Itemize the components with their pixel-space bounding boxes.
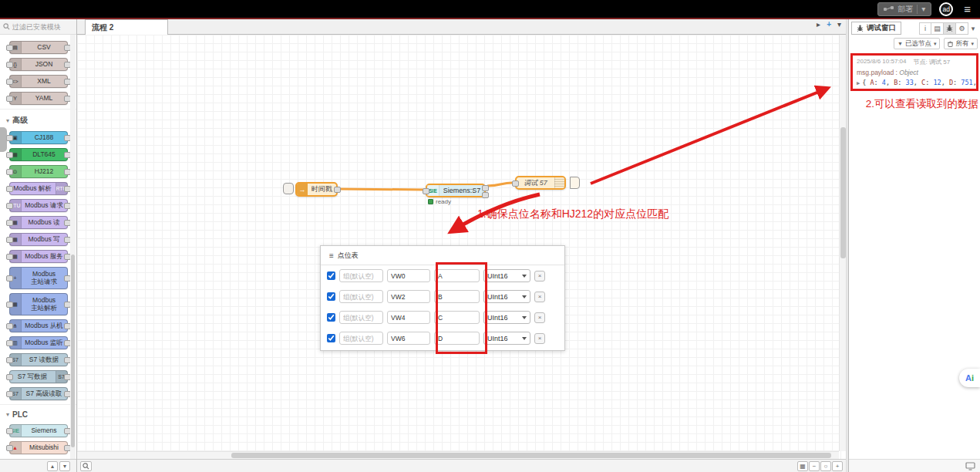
canvas-hscrollbar[interactable] xyxy=(77,451,839,459)
delete-row-button[interactable]: × xyxy=(534,312,545,323)
zoom-out-button[interactable]: − xyxy=(809,461,820,471)
add-flow-button[interactable]: + xyxy=(827,21,831,29)
palette-node[interactable]: ⋔ Modbus 从机 xyxy=(9,319,68,332)
zoom-in-button[interactable]: + xyxy=(832,461,843,471)
tab-help-icon[interactable]: ▤ xyxy=(931,22,944,35)
node-input-port[interactable] xyxy=(6,220,13,226)
address-input[interactable] xyxy=(387,290,430,303)
palette-scrollbar[interactable] xyxy=(70,35,76,459)
flow-node-siemens-s7[interactable]: SIE Siemens:S7 xyxy=(426,184,486,197)
debug-enable-toggle[interactable] xyxy=(570,177,580,189)
palette-node[interactable]: ▦ Modbus 写 xyxy=(9,233,68,246)
node-input-port[interactable] xyxy=(6,302,13,308)
node-input-port[interactable] xyxy=(6,62,13,68)
node-output-port[interactable] xyxy=(334,187,341,193)
group-input[interactable] xyxy=(339,332,383,345)
palette-node[interactable]: ▦ DLT645 xyxy=(9,148,68,161)
palette-section-plc[interactable]: ▾ PLC xyxy=(0,404,76,421)
point-name-input[interactable] xyxy=(434,290,480,303)
ai-assistant-button[interactable]: Ai xyxy=(959,369,980,387)
point-name-input[interactable] xyxy=(434,332,480,345)
sidebar-caret-icon[interactable]: ▾ xyxy=(968,22,978,35)
canvas-hscrollbar-thumb[interactable] xyxy=(231,453,831,458)
palette-section-advanced[interactable]: ▾ 高级 xyxy=(0,109,76,128)
address-input[interactable] xyxy=(387,269,430,282)
inject-trigger-button[interactable] xyxy=(283,183,294,194)
palette-node[interactable]: ⊙ HJ212 xyxy=(9,165,68,178)
palette-search-input[interactable] xyxy=(12,23,73,31)
palette-node[interactable]: S7 S7 高级读取 xyxy=(9,387,68,400)
palette-node[interactable]: ▤ CSV xyxy=(9,41,68,54)
row-enabled-checkbox[interactable] xyxy=(327,292,335,301)
tab-debug-icon[interactable] xyxy=(944,22,956,35)
palette-node[interactable]: ▣ CJ188 xyxy=(9,131,68,144)
node-input-port[interactable] xyxy=(6,323,13,329)
palette-node[interactable]: ▦ Modbus 读 xyxy=(9,216,68,229)
tab-debug-window[interactable]: 调试窗口 xyxy=(851,22,901,35)
tab-scroll-right-icon[interactable]: ▸ xyxy=(817,21,820,29)
debug-message-payload[interactable]: ▶{ A: 4B: 33C: 12D: 751 } xyxy=(857,79,972,86)
delete-row-button[interactable]: × xyxy=(534,292,545,302)
node-input-port[interactable] xyxy=(6,374,13,380)
type-select[interactable]: UInt16 xyxy=(483,311,530,324)
palette-node[interactable]: ▥ Modbus 监听 xyxy=(9,336,68,349)
delete-row-button[interactable]: × xyxy=(534,333,545,344)
canvas-search-button[interactable] xyxy=(80,461,92,471)
node-input-port[interactable] xyxy=(6,428,13,434)
group-input[interactable] xyxy=(339,269,383,282)
node-input-port[interactable] xyxy=(6,79,13,85)
palette-scrollbar-thumb[interactable] xyxy=(71,255,75,447)
type-select[interactable]: UInt16 xyxy=(483,290,530,303)
address-input[interactable] xyxy=(387,332,430,345)
node-input-port[interactable] xyxy=(6,96,13,102)
palette-node[interactable]: RTU Modbus 解析 xyxy=(9,182,68,195)
palette-node[interactable]: ▦ Modbus 服务 xyxy=(9,250,68,263)
node-input-port[interactable] xyxy=(6,203,13,209)
clear-all-button[interactable]: 所有 ▾ xyxy=(944,38,978,49)
node-output-port-2[interactable] xyxy=(482,192,489,198)
palette-node[interactable]: {} JSON xyxy=(9,58,68,71)
deploy-caret-icon[interactable]: ▾ xyxy=(921,5,925,13)
node-input-port[interactable] xyxy=(6,237,13,243)
flow-node-inject[interactable]: → 时间戳 xyxy=(295,182,338,197)
node-output-port-1[interactable] xyxy=(482,185,489,191)
monitor-icon[interactable] xyxy=(965,462,975,470)
flow-canvas[interactable]: → 时间戳 SIE Siemens:S7 ready 调 xyxy=(77,35,846,459)
address-input[interactable] xyxy=(387,311,430,324)
palette-node[interactable]: + Modbus 主站请求 xyxy=(9,267,68,289)
node-input-port[interactable] xyxy=(6,186,13,192)
row-enabled-checkbox[interactable] xyxy=(327,334,335,342)
node-input-port[interactable] xyxy=(6,254,13,260)
palette-search[interactable] xyxy=(0,19,76,35)
palette-node[interactable]: S7 S7 读数据 xyxy=(9,353,68,366)
node-input-port[interactable] xyxy=(6,169,13,175)
palette-node[interactable]: S7 S7 写数据 xyxy=(9,370,68,383)
type-select[interactable]: UInt16 xyxy=(483,269,530,282)
palette-node[interactable]: RTU Modbus 请求 xyxy=(9,199,68,212)
flow-list-caret-icon[interactable]: ▾ xyxy=(837,21,841,29)
palette-node[interactable]: ▲ Mitsubishi xyxy=(9,441,68,454)
tab-config-icon[interactable]: ⚙ xyxy=(956,22,968,35)
palette-slide-handle[interactable] xyxy=(0,127,7,152)
node-input-port[interactable] xyxy=(6,391,13,397)
deploy-button[interactable]: 部署 ▾ xyxy=(877,2,931,16)
node-input-port[interactable] xyxy=(423,188,429,194)
type-select[interactable]: UInt16 xyxy=(483,332,530,345)
canvas-vscrollbar[interactable] xyxy=(839,35,846,451)
canvas-vscrollbar-thumb[interactable] xyxy=(840,127,846,258)
row-enabled-checkbox[interactable] xyxy=(327,271,335,280)
palette-node[interactable]: <> XML xyxy=(9,75,68,88)
palette-node[interactable]: ▦ Modbus 主站解析 xyxy=(9,293,68,315)
collapse-all-button[interactable]: ▴ xyxy=(47,461,58,471)
node-input-port[interactable] xyxy=(6,45,13,51)
group-input[interactable] xyxy=(339,290,383,303)
menu-icon[interactable]: ≡ xyxy=(961,3,974,15)
delete-row-button[interactable]: × xyxy=(534,271,545,282)
node-input-port[interactable] xyxy=(6,152,13,158)
filter-selected-nodes-button[interactable]: ▼ 已选节点 ▾ xyxy=(894,38,940,49)
node-input-port[interactable] xyxy=(6,340,13,346)
node-input-port[interactable] xyxy=(512,180,519,187)
palette-node[interactable]: SIE Siemens xyxy=(9,424,68,437)
palette-node[interactable]: Y YAML xyxy=(9,92,68,105)
user-avatar[interactable]: ad xyxy=(939,2,953,16)
